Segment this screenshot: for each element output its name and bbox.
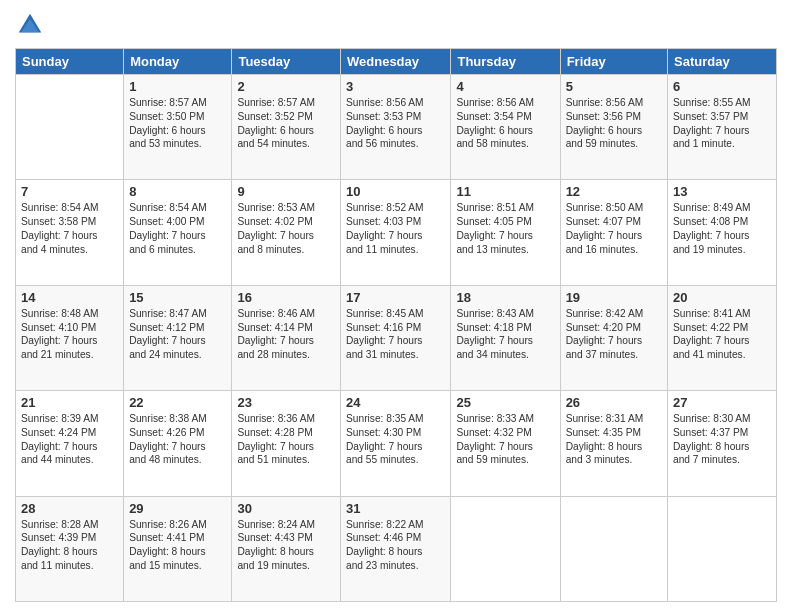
day-number: 12 — [566, 184, 662, 199]
calendar-day-cell — [451, 496, 560, 601]
calendar-day-cell: 13Sunrise: 8:49 AM Sunset: 4:08 PM Dayli… — [668, 180, 777, 285]
day-info: Sunrise: 8:39 AM Sunset: 4:24 PM Dayligh… — [21, 412, 118, 467]
day-number: 17 — [346, 290, 445, 305]
calendar-day-cell: 8Sunrise: 8:54 AM Sunset: 4:00 PM Daylig… — [124, 180, 232, 285]
day-number: 29 — [129, 501, 226, 516]
day-number: 5 — [566, 79, 662, 94]
calendar-day-cell: 3Sunrise: 8:56 AM Sunset: 3:53 PM Daylig… — [341, 75, 451, 180]
day-number: 13 — [673, 184, 771, 199]
logo — [15, 10, 49, 40]
day-number: 22 — [129, 395, 226, 410]
day-number: 8 — [129, 184, 226, 199]
day-number: 30 — [237, 501, 335, 516]
calendar-week-row: 28Sunrise: 8:28 AM Sunset: 4:39 PM Dayli… — [16, 496, 777, 601]
logo-icon — [15, 10, 45, 40]
day-info: Sunrise: 8:28 AM Sunset: 4:39 PM Dayligh… — [21, 518, 118, 573]
day-number: 1 — [129, 79, 226, 94]
day-info: Sunrise: 8:41 AM Sunset: 4:22 PM Dayligh… — [673, 307, 771, 362]
calendar-day-cell: 11Sunrise: 8:51 AM Sunset: 4:05 PM Dayli… — [451, 180, 560, 285]
day-number: 4 — [456, 79, 554, 94]
day-info: Sunrise: 8:53 AM Sunset: 4:02 PM Dayligh… — [237, 201, 335, 256]
day-number: 31 — [346, 501, 445, 516]
calendar-day-cell: 18Sunrise: 8:43 AM Sunset: 4:18 PM Dayli… — [451, 285, 560, 390]
day-number: 3 — [346, 79, 445, 94]
day-info: Sunrise: 8:35 AM Sunset: 4:30 PM Dayligh… — [346, 412, 445, 467]
calendar-day-cell: 17Sunrise: 8:45 AM Sunset: 4:16 PM Dayli… — [341, 285, 451, 390]
day-info: Sunrise: 8:56 AM Sunset: 3:53 PM Dayligh… — [346, 96, 445, 151]
day-number: 7 — [21, 184, 118, 199]
calendar-table: SundayMondayTuesdayWednesdayThursdayFrid… — [15, 48, 777, 602]
day-info: Sunrise: 8:48 AM Sunset: 4:10 PM Dayligh… — [21, 307, 118, 362]
day-of-week-header: Thursday — [451, 49, 560, 75]
calendar-day-cell: 4Sunrise: 8:56 AM Sunset: 3:54 PM Daylig… — [451, 75, 560, 180]
day-info: Sunrise: 8:47 AM Sunset: 4:12 PM Dayligh… — [129, 307, 226, 362]
day-of-week-header: Monday — [124, 49, 232, 75]
day-info: Sunrise: 8:57 AM Sunset: 3:50 PM Dayligh… — [129, 96, 226, 151]
calendar-day-cell: 5Sunrise: 8:56 AM Sunset: 3:56 PM Daylig… — [560, 75, 667, 180]
day-number: 26 — [566, 395, 662, 410]
calendar-day-cell: 27Sunrise: 8:30 AM Sunset: 4:37 PM Dayli… — [668, 391, 777, 496]
calendar-day-cell: 15Sunrise: 8:47 AM Sunset: 4:12 PM Dayli… — [124, 285, 232, 390]
day-info: Sunrise: 8:45 AM Sunset: 4:16 PM Dayligh… — [346, 307, 445, 362]
calendar-week-row: 1Sunrise: 8:57 AM Sunset: 3:50 PM Daylig… — [16, 75, 777, 180]
calendar-day-cell: 26Sunrise: 8:31 AM Sunset: 4:35 PM Dayli… — [560, 391, 667, 496]
day-number: 6 — [673, 79, 771, 94]
day-number: 11 — [456, 184, 554, 199]
day-number: 28 — [21, 501, 118, 516]
calendar-day-cell: 14Sunrise: 8:48 AM Sunset: 4:10 PM Dayli… — [16, 285, 124, 390]
day-number: 19 — [566, 290, 662, 305]
calendar-day-cell: 10Sunrise: 8:52 AM Sunset: 4:03 PM Dayli… — [341, 180, 451, 285]
day-number: 23 — [237, 395, 335, 410]
calendar-day-cell: 31Sunrise: 8:22 AM Sunset: 4:46 PM Dayli… — [341, 496, 451, 601]
day-info: Sunrise: 8:42 AM Sunset: 4:20 PM Dayligh… — [566, 307, 662, 362]
calendar-day-cell: 21Sunrise: 8:39 AM Sunset: 4:24 PM Dayli… — [16, 391, 124, 496]
calendar-day-cell: 7Sunrise: 8:54 AM Sunset: 3:58 PM Daylig… — [16, 180, 124, 285]
page: SundayMondayTuesdayWednesdayThursdayFrid… — [0, 0, 792, 612]
day-of-week-header: Saturday — [668, 49, 777, 75]
calendar-week-row: 7Sunrise: 8:54 AM Sunset: 3:58 PM Daylig… — [16, 180, 777, 285]
calendar-day-cell: 30Sunrise: 8:24 AM Sunset: 4:43 PM Dayli… — [232, 496, 341, 601]
calendar-day-cell: 22Sunrise: 8:38 AM Sunset: 4:26 PM Dayli… — [124, 391, 232, 496]
calendar-header-row: SundayMondayTuesdayWednesdayThursdayFrid… — [16, 49, 777, 75]
calendar-day-cell — [16, 75, 124, 180]
day-of-week-header: Wednesday — [341, 49, 451, 75]
day-info: Sunrise: 8:24 AM Sunset: 4:43 PM Dayligh… — [237, 518, 335, 573]
day-number: 27 — [673, 395, 771, 410]
day-number: 10 — [346, 184, 445, 199]
day-of-week-header: Friday — [560, 49, 667, 75]
day-info: Sunrise: 8:56 AM Sunset: 3:54 PM Dayligh… — [456, 96, 554, 151]
calendar-day-cell: 12Sunrise: 8:50 AM Sunset: 4:07 PM Dayli… — [560, 180, 667, 285]
day-of-week-header: Sunday — [16, 49, 124, 75]
calendar-day-cell: 9Sunrise: 8:53 AM Sunset: 4:02 PM Daylig… — [232, 180, 341, 285]
day-number: 25 — [456, 395, 554, 410]
day-number: 2 — [237, 79, 335, 94]
day-info: Sunrise: 8:57 AM Sunset: 3:52 PM Dayligh… — [237, 96, 335, 151]
calendar-day-cell — [560, 496, 667, 601]
header — [15, 10, 777, 40]
day-info: Sunrise: 8:54 AM Sunset: 4:00 PM Dayligh… — [129, 201, 226, 256]
day-info: Sunrise: 8:43 AM Sunset: 4:18 PM Dayligh… — [456, 307, 554, 362]
calendar-day-cell: 28Sunrise: 8:28 AM Sunset: 4:39 PM Dayli… — [16, 496, 124, 601]
day-info: Sunrise: 8:51 AM Sunset: 4:05 PM Dayligh… — [456, 201, 554, 256]
day-info: Sunrise: 8:26 AM Sunset: 4:41 PM Dayligh… — [129, 518, 226, 573]
day-number: 18 — [456, 290, 554, 305]
calendar-week-row: 21Sunrise: 8:39 AM Sunset: 4:24 PM Dayli… — [16, 391, 777, 496]
calendar-day-cell — [668, 496, 777, 601]
day-info: Sunrise: 8:22 AM Sunset: 4:46 PM Dayligh… — [346, 518, 445, 573]
day-info: Sunrise: 8:49 AM Sunset: 4:08 PM Dayligh… — [673, 201, 771, 256]
calendar-day-cell: 6Sunrise: 8:55 AM Sunset: 3:57 PM Daylig… — [668, 75, 777, 180]
day-number: 16 — [237, 290, 335, 305]
day-info: Sunrise: 8:50 AM Sunset: 4:07 PM Dayligh… — [566, 201, 662, 256]
calendar-day-cell: 24Sunrise: 8:35 AM Sunset: 4:30 PM Dayli… — [341, 391, 451, 496]
day-number: 9 — [237, 184, 335, 199]
day-number: 20 — [673, 290, 771, 305]
day-info: Sunrise: 8:36 AM Sunset: 4:28 PM Dayligh… — [237, 412, 335, 467]
day-number: 15 — [129, 290, 226, 305]
day-number: 21 — [21, 395, 118, 410]
calendar-day-cell: 19Sunrise: 8:42 AM Sunset: 4:20 PM Dayli… — [560, 285, 667, 390]
day-number: 14 — [21, 290, 118, 305]
day-info: Sunrise: 8:38 AM Sunset: 4:26 PM Dayligh… — [129, 412, 226, 467]
calendar-day-cell: 29Sunrise: 8:26 AM Sunset: 4:41 PM Dayli… — [124, 496, 232, 601]
day-info: Sunrise: 8:33 AM Sunset: 4:32 PM Dayligh… — [456, 412, 554, 467]
day-info: Sunrise: 8:55 AM Sunset: 3:57 PM Dayligh… — [673, 96, 771, 151]
